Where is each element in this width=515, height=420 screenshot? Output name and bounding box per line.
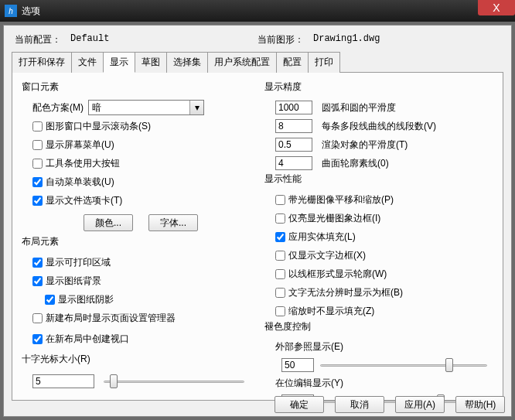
surface-contour-input[interactable] [275, 156, 312, 170]
ok-button-label: 确定 [290, 398, 309, 411]
cb-automenu[interactable] [32, 177, 43, 187]
dialog-body: 当前配置： Default 当前图形： Drawing1.dwg 打开和保存 文… [3, 25, 512, 417]
render-smooth-label: 渲染对象的平滑度(T) [322, 138, 408, 152]
polyline-seg-label: 每条多段线曲线的线段数(V) [322, 120, 436, 133]
window-elements-title: 窗口元素 [22, 80, 251, 94]
cb-pagesetup[interactable] [32, 313, 43, 323]
cb-solidfill-label: 应用实体填充(L) [288, 230, 356, 244]
tabstrip: 打开和保存 文件 显示 草图 选择集 用户系统配置 配置 打印 [12, 51, 503, 73]
fade-title: 褪色度控制 [264, 320, 493, 333]
surface-contour-label: 曲面轮廓素线(0) [322, 157, 389, 170]
slider-track-line [320, 364, 487, 367]
cb-printable[interactable] [32, 258, 43, 268]
window-title: 选项 [22, 5, 40, 18]
cb-textframe[interactable] [275, 251, 285, 261]
cb-textbox[interactable] [275, 288, 285, 298]
cb-highlight[interactable] [275, 213, 285, 224]
tab-print[interactable]: 打印 [308, 52, 340, 73]
slider-thumb[interactable] [110, 374, 118, 388]
cb-scrollbar-label: 图形窗口中显示滚动条(S) [46, 120, 151, 133]
drawing-label: 当前图形： [258, 33, 304, 46]
font-button[interactable]: 字体... [148, 214, 198, 231]
cb-automenu-label: 自动菜单装载(U) [46, 176, 114, 189]
cb-screenmenu[interactable] [32, 140, 43, 150]
drawing-value: Drawing1.dwg [313, 33, 380, 46]
cb-screenmenu-label: 显示屏幕菜单(U) [46, 138, 114, 152]
titlebar: h 选项 X [0, 0, 515, 22]
cb-pan-label: 带光栅图像平移和缩放(P) [288, 193, 394, 207]
cancel-button-label: 取消 [350, 398, 369, 411]
right-column: 显示精度 圆弧和圆的平滑度 每条多段线曲线的线段数(V) 渲染对象的平滑度(T)… [264, 80, 493, 389]
crosshair-slider[interactable] [104, 374, 244, 389]
slider-thumb[interactable] [445, 358, 453, 372]
dialog-footer: 确定 取消 应用(A) 帮助(H) [275, 396, 505, 413]
cb-scrollbar[interactable] [32, 121, 43, 131]
slider-track-line [104, 381, 244, 383]
polyline-seg-input[interactable] [275, 119, 312, 133]
cb-highlight-label: 仅亮显光栅图象边框(I) [288, 212, 380, 225]
color-button[interactable]: 颜色... [84, 214, 133, 231]
tab-panel-display: 窗口元素 配色方案(M) 暗 ▾ 图形窗口中显示滚动条(S) 显示屏幕菜单(U)… [12, 73, 503, 401]
fade-xref-input[interactable] [281, 358, 314, 372]
cb-frameoutline-label: 以线框形式显示轮廓(W) [288, 268, 387, 281]
config-value: Default [70, 33, 109, 46]
tab-profiles[interactable]: 配置 [276, 52, 309, 73]
cb-zoomfill-label: 缩放时不显示填充(Z) [288, 305, 374, 318]
fade-xref-label: 外部参照显示(E) [275, 340, 493, 353]
cb-frameoutline[interactable] [275, 269, 285, 279]
performance-title: 显示性能 [264, 172, 493, 186]
app-icon: h [5, 5, 17, 17]
config-label: 当前配置： [15, 33, 61, 46]
color-scheme-row: 配色方案(M) 暗 ▾ [22, 100, 251, 115]
apply-button-label: 应用(A) [404, 398, 435, 411]
cb-pagesetup-label: 新建布局时显示页面设置管理器 [46, 312, 176, 325]
ok-button[interactable]: 确定 [275, 396, 324, 413]
tab-file[interactable]: 文件 [71, 52, 104, 73]
font-button-label: 字体... [160, 217, 186, 230]
cb-printable-label: 显示可打印区域 [46, 256, 111, 269]
info-row: 当前配置： Default 当前图形： Drawing1.dwg [12, 30, 503, 51]
cb-newviewport[interactable] [32, 334, 43, 344]
left-column: 窗口元素 配色方案(M) 暗 ▾ 图形窗口中显示滚动条(S) 显示屏幕菜单(U)… [22, 80, 251, 389]
cb-textframe-label: 仅显示文字边框(X) [288, 249, 366, 262]
tab-display[interactable]: 显示 [103, 52, 135, 73]
tab-selection[interactable]: 选择集 [166, 52, 208, 73]
color-scheme-combo[interactable]: 暗 ▾ [88, 100, 204, 115]
tab-user-prefs[interactable]: 用户系统配置 [207, 52, 277, 73]
cb-bigbuttons-label: 工具条使用大按钮 [46, 157, 120, 170]
close-button[interactable]: X [478, 0, 515, 15]
cb-bigbuttons[interactable] [32, 159, 43, 169]
arc-smooth-input[interactable] [275, 101, 312, 114]
fade-xref-slider[interactable] [320, 357, 487, 373]
cb-textbox-label: 文字无法分辨时显示为框(B) [288, 286, 403, 299]
cb-zoomfill[interactable] [275, 306, 285, 316]
cb-newviewport-label: 在新布局中创建视口 [46, 333, 129, 346]
color-scheme-label: 配色方案(M) [32, 101, 84, 114]
crosshair-title: 十字光标大小(R) [22, 353, 251, 366]
tab-draft[interactable]: 草图 [135, 52, 167, 73]
cb-paperbg[interactable] [32, 276, 43, 286]
cb-paperbg-label: 显示图纸背景 [46, 275, 101, 288]
cb-solidfill[interactable] [275, 232, 285, 242]
chevron-down-icon: ▾ [189, 101, 203, 114]
close-icon: X [493, 2, 500, 14]
cb-pan[interactable] [275, 195, 285, 205]
cb-papershadow[interactable] [45, 295, 55, 305]
help-button-label: 帮助(H) [465, 398, 496, 411]
cb-filetabs-label: 显示文件选项卡(T) [46, 194, 122, 207]
fade-edit-label: 在位编辑显示(Y) [275, 377, 493, 390]
precision-title: 显示精度 [264, 80, 493, 94]
color-button-label: 颜色... [95, 217, 121, 230]
help-button[interactable]: 帮助(H) [455, 396, 505, 413]
cb-filetabs[interactable] [32, 196, 43, 206]
apply-button[interactable]: 应用(A) [395, 396, 445, 413]
layout-elements-title: 布局元素 [22, 235, 251, 248]
render-smooth-input[interactable] [275, 138, 312, 152]
cancel-button[interactable]: 取消 [335, 396, 384, 413]
arc-smooth-label: 圆弧和圆的平滑度 [322, 101, 396, 114]
cb-papershadow-label: 显示图纸阴影 [58, 293, 114, 306]
crosshair-input[interactable] [32, 374, 94, 388]
tab-open-save[interactable]: 打开和保存 [12, 52, 72, 73]
color-scheme-value: 暗 [92, 101, 101, 114]
